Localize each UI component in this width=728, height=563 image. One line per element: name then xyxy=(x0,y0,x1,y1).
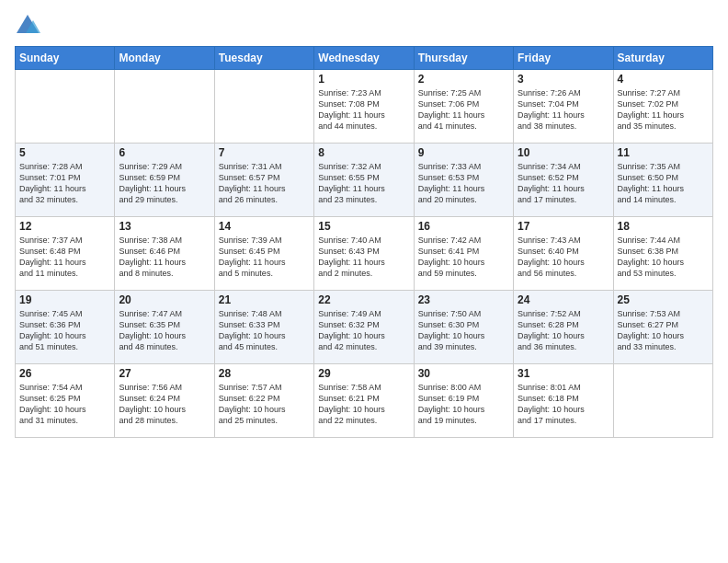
calendar-cell: 28Sunrise: 7:57 AM Sunset: 6:22 PM Dayli… xyxy=(214,364,313,438)
calendar-cell: 18Sunrise: 7:44 AM Sunset: 6:38 PM Dayli… xyxy=(613,217,712,291)
day-info: Sunrise: 7:47 AM Sunset: 6:35 PM Dayligh… xyxy=(119,308,210,353)
weekday-header-wednesday: Wednesday xyxy=(314,47,414,70)
day-number: 14 xyxy=(219,220,310,233)
calendar-cell: 27Sunrise: 7:56 AM Sunset: 6:24 PM Dayli… xyxy=(115,364,214,438)
weekday-header-sunday: Sunday xyxy=(16,47,115,70)
day-number: 11 xyxy=(618,146,709,159)
calendar-cell: 16Sunrise: 7:42 AM Sunset: 6:41 PM Dayli… xyxy=(414,217,513,291)
calendar-week-3: 12Sunrise: 7:37 AM Sunset: 6:48 PM Dayli… xyxy=(16,217,713,291)
day-info: Sunrise: 7:53 AM Sunset: 6:27 PM Dayligh… xyxy=(618,308,709,353)
calendar-cell: 5Sunrise: 7:28 AM Sunset: 7:01 PM Daylig… xyxy=(16,144,115,217)
day-info: Sunrise: 7:27 AM Sunset: 7:02 PM Dayligh… xyxy=(618,87,709,132)
day-number: 28 xyxy=(219,367,310,380)
calendar-cell: 8Sunrise: 7:32 AM Sunset: 6:55 PM Daylig… xyxy=(314,144,414,217)
day-number: 23 xyxy=(418,293,509,306)
day-number: 26 xyxy=(19,367,110,380)
day-info: Sunrise: 7:44 AM Sunset: 6:38 PM Dayligh… xyxy=(618,235,709,280)
day-info: Sunrise: 7:32 AM Sunset: 6:55 PM Dayligh… xyxy=(318,161,409,206)
calendar-cell: 21Sunrise: 7:48 AM Sunset: 6:33 PM Dayli… xyxy=(214,291,313,364)
day-info: Sunrise: 7:28 AM Sunset: 7:01 PM Dayligh… xyxy=(19,161,110,206)
calendar-cell: 10Sunrise: 7:34 AM Sunset: 6:52 PM Dayli… xyxy=(514,144,613,217)
calendar-cell: 25Sunrise: 7:53 AM Sunset: 6:27 PM Dayli… xyxy=(613,291,712,364)
logo-icon xyxy=(15,13,40,39)
calendar-cell: 26Sunrise: 7:54 AM Sunset: 6:25 PM Dayli… xyxy=(16,364,115,438)
calendar-cell: 2Sunrise: 7:25 AM Sunset: 7:06 PM Daylig… xyxy=(414,70,513,144)
calendar-cell xyxy=(16,70,115,144)
calendar-cell xyxy=(214,70,313,144)
day-info: Sunrise: 8:00 AM Sunset: 6:19 PM Dayligh… xyxy=(418,382,509,427)
calendar-cell: 23Sunrise: 7:50 AM Sunset: 6:30 PM Dayli… xyxy=(414,291,513,364)
day-info: Sunrise: 7:34 AM Sunset: 6:52 PM Dayligh… xyxy=(518,161,609,206)
day-info: Sunrise: 7:58 AM Sunset: 6:21 PM Dayligh… xyxy=(318,382,409,427)
day-number: 13 xyxy=(119,220,210,233)
day-info: Sunrise: 7:57 AM Sunset: 6:22 PM Dayligh… xyxy=(219,382,310,427)
day-info: Sunrise: 7:31 AM Sunset: 6:57 PM Dayligh… xyxy=(219,161,310,206)
day-info: Sunrise: 7:56 AM Sunset: 6:24 PM Dayligh… xyxy=(119,382,210,427)
day-number: 18 xyxy=(618,220,709,233)
day-info: Sunrise: 7:42 AM Sunset: 6:41 PM Dayligh… xyxy=(418,235,509,280)
page-header xyxy=(15,9,713,39)
day-number: 30 xyxy=(418,367,509,380)
calendar-cell: 1Sunrise: 7:23 AM Sunset: 7:08 PM Daylig… xyxy=(314,70,414,144)
day-number: 9 xyxy=(418,146,509,159)
calendar-cell: 7Sunrise: 7:31 AM Sunset: 6:57 PM Daylig… xyxy=(214,144,313,217)
calendar-cell: 3Sunrise: 7:26 AM Sunset: 7:04 PM Daylig… xyxy=(514,70,613,144)
day-info: Sunrise: 7:50 AM Sunset: 6:30 PM Dayligh… xyxy=(418,308,509,353)
day-info: Sunrise: 7:40 AM Sunset: 6:43 PM Dayligh… xyxy=(318,235,409,280)
day-number: 8 xyxy=(318,146,409,159)
calendar-cell: 15Sunrise: 7:40 AM Sunset: 6:43 PM Dayli… xyxy=(314,217,414,291)
day-info: Sunrise: 8:01 AM Sunset: 6:18 PM Dayligh… xyxy=(518,382,609,427)
calendar-week-2: 5Sunrise: 7:28 AM Sunset: 7:01 PM Daylig… xyxy=(16,144,713,217)
calendar-cell xyxy=(115,70,214,144)
calendar-cell: 29Sunrise: 7:58 AM Sunset: 6:21 PM Dayli… xyxy=(314,364,414,438)
calendar-cell: 31Sunrise: 8:01 AM Sunset: 6:18 PM Dayli… xyxy=(514,364,613,438)
day-info: Sunrise: 7:45 AM Sunset: 6:36 PM Dayligh… xyxy=(19,308,110,353)
day-info: Sunrise: 7:23 AM Sunset: 7:08 PM Dayligh… xyxy=(318,87,409,132)
day-number: 25 xyxy=(618,293,709,306)
day-info: Sunrise: 7:26 AM Sunset: 7:04 PM Dayligh… xyxy=(518,87,609,132)
day-number: 21 xyxy=(219,293,310,306)
calendar-cell: 11Sunrise: 7:35 AM Sunset: 6:50 PM Dayli… xyxy=(613,144,712,217)
weekday-header-thursday: Thursday xyxy=(414,47,513,70)
logo xyxy=(15,13,42,39)
calendar-cell: 6Sunrise: 7:29 AM Sunset: 6:59 PM Daylig… xyxy=(115,144,214,217)
day-info: Sunrise: 7:49 AM Sunset: 6:32 PM Dayligh… xyxy=(318,308,409,353)
calendar-cell: 9Sunrise: 7:33 AM Sunset: 6:53 PM Daylig… xyxy=(414,144,513,217)
day-number: 7 xyxy=(219,146,310,159)
calendar-week-4: 19Sunrise: 7:45 AM Sunset: 6:36 PM Dayli… xyxy=(16,291,713,364)
day-number: 10 xyxy=(518,146,609,159)
calendar-cell: 30Sunrise: 8:00 AM Sunset: 6:19 PM Dayli… xyxy=(414,364,513,438)
day-number: 17 xyxy=(518,220,609,233)
calendar-table: SundayMondayTuesdayWednesdayThursdayFrid… xyxy=(15,46,713,438)
weekday-header-saturday: Saturday xyxy=(613,47,712,70)
day-number: 5 xyxy=(19,146,110,159)
calendar-cell: 19Sunrise: 7:45 AM Sunset: 6:36 PM Dayli… xyxy=(16,291,115,364)
day-info: Sunrise: 7:25 AM Sunset: 7:06 PM Dayligh… xyxy=(418,87,509,132)
day-number: 15 xyxy=(318,220,409,233)
calendar-cell: 14Sunrise: 7:39 AM Sunset: 6:45 PM Dayli… xyxy=(214,217,313,291)
day-info: Sunrise: 7:33 AM Sunset: 6:53 PM Dayligh… xyxy=(418,161,509,206)
day-info: Sunrise: 7:35 AM Sunset: 6:50 PM Dayligh… xyxy=(618,161,709,206)
calendar-cell: 13Sunrise: 7:38 AM Sunset: 6:46 PM Dayli… xyxy=(115,217,214,291)
day-number: 20 xyxy=(119,293,210,306)
day-number: 22 xyxy=(318,293,409,306)
weekday-header-row: SundayMondayTuesdayWednesdayThursdayFrid… xyxy=(16,47,713,70)
day-number: 6 xyxy=(119,146,210,159)
weekday-header-friday: Friday xyxy=(514,47,613,70)
day-info: Sunrise: 7:54 AM Sunset: 6:25 PM Dayligh… xyxy=(19,382,110,427)
day-info: Sunrise: 7:43 AM Sunset: 6:40 PM Dayligh… xyxy=(518,235,609,280)
day-number: 24 xyxy=(518,293,609,306)
day-number: 1 xyxy=(318,73,409,86)
calendar-cell xyxy=(613,364,712,438)
day-info: Sunrise: 7:39 AM Sunset: 6:45 PM Dayligh… xyxy=(219,235,310,280)
day-info: Sunrise: 7:29 AM Sunset: 6:59 PM Dayligh… xyxy=(119,161,210,206)
day-number: 29 xyxy=(318,367,409,380)
calendar-cell: 20Sunrise: 7:47 AM Sunset: 6:35 PM Dayli… xyxy=(115,291,214,364)
day-number: 4 xyxy=(618,73,709,86)
day-info: Sunrise: 7:38 AM Sunset: 6:46 PM Dayligh… xyxy=(119,235,210,280)
day-number: 31 xyxy=(518,367,609,380)
calendar-cell: 17Sunrise: 7:43 AM Sunset: 6:40 PM Dayli… xyxy=(514,217,613,291)
calendar-cell: 24Sunrise: 7:52 AM Sunset: 6:28 PM Dayli… xyxy=(514,291,613,364)
day-info: Sunrise: 7:37 AM Sunset: 6:48 PM Dayligh… xyxy=(19,235,110,280)
day-number: 12 xyxy=(19,220,110,233)
